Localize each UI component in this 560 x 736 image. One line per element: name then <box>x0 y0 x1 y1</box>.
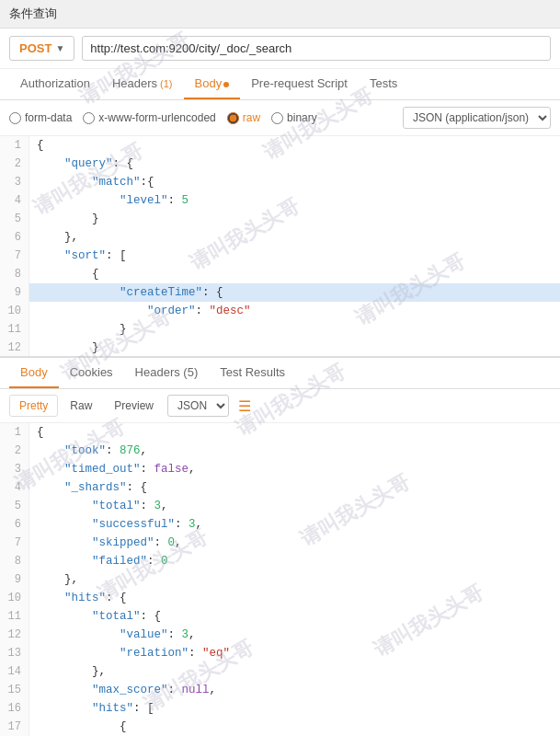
request-line-5: 5 } <box>0 210 560 228</box>
line-content: "successful": 3, <box>29 515 202 534</box>
response-line-11: 11 "total": { <box>0 607 560 626</box>
body-option-label-formdata: form-data <box>25 111 72 124</box>
line-content: "total": { <box>29 607 161 626</box>
response-tab-headers[interactable]: Headers (5) <box>124 358 210 388</box>
line-number: 6 <box>0 515 29 534</box>
line-content: } <box>29 210 99 228</box>
request-line-8: 8 { <box>0 265 560 283</box>
fmt-btn-pretty[interactable]: Pretty <box>9 395 58 417</box>
line-content: "failed": 0 <box>29 552 168 570</box>
response-tab-testresults[interactable]: Test Results <box>209 358 296 388</box>
line-content: { <box>29 423 44 442</box>
method-button[interactable]: POST ▼ <box>9 36 74 61</box>
request-tab-tests[interactable]: Tests <box>359 69 408 99</box>
response-json-select[interactable]: JSON <box>167 395 229 417</box>
body-options: form-datax-www-form-urlencodedrawbinaryJ… <box>0 100 560 136</box>
line-content: "_shards": { <box>29 478 147 497</box>
request-line-12: 12 } <box>0 339 560 357</box>
url-input[interactable] <box>82 36 551 61</box>
response-line-10: 10 "hits": { <box>0 589 560 607</box>
body-option-formdata[interactable]: form-data <box>9 111 72 124</box>
response-line-4: 4 "_shards": { <box>0 478 560 497</box>
request-line-6: 6 }, <box>0 228 560 247</box>
response-line-13: 13 "relation": "eq" <box>0 644 560 662</box>
request-tab-prerequest[interactable]: Pre-request Script <box>240 69 359 99</box>
response-tab-body[interactable]: Body <box>9 358 59 388</box>
request-line-9: 9 "createTime": { <box>0 283 560 302</box>
top-bar-label: 条件查询 <box>9 6 57 22</box>
json-format-select[interactable]: JSON (application/json) <box>403 107 551 129</box>
body-option-raw[interactable]: raw <box>227 111 260 124</box>
request-line-1: 1{ <box>0 136 560 155</box>
line-content: { <box>29 718 127 736</box>
response-section: BodyCookiesHeaders (5)Test Results Prett… <box>0 358 560 736</box>
line-number: 11 <box>0 607 29 626</box>
line-content: "hits": [ <box>29 699 154 718</box>
line-content: "hits": { <box>29 589 127 607</box>
response-line-2: 2 "took": 876, <box>0 442 560 460</box>
request-section: POST ▼ AuthorizationHeaders (1)BodyPre-r… <box>0 29 560 358</box>
line-number: 10 <box>0 302 29 320</box>
line-content: } <box>29 339 99 357</box>
response-tab-cookies[interactable]: Cookies <box>59 358 124 388</box>
body-option-binary[interactable]: binary <box>271 111 317 124</box>
request-line-11: 11 } <box>0 320 560 339</box>
line-content: "timed_out": false, <box>29 460 196 478</box>
fmt-btn-raw[interactable]: Raw <box>60 395 102 417</box>
body-radio-formdata[interactable] <box>9 112 21 124</box>
line-content: "took": 876, <box>29 442 147 460</box>
response-line-14: 14 }, <box>0 662 560 681</box>
method-label: POST <box>19 41 51 55</box>
fmt-btn-preview[interactable]: Preview <box>104 395 164 417</box>
line-number: 4 <box>0 478 29 497</box>
line-content: { <box>29 136 44 155</box>
line-number: 7 <box>0 534 29 552</box>
line-content: "value": 3, <box>29 626 196 644</box>
response-line-12: 12 "value": 3, <box>0 626 560 644</box>
request-line-7: 7 "sort": [ <box>0 247 560 265</box>
line-number: 6 <box>0 228 29 247</box>
line-content: "match":{ <box>29 173 154 191</box>
line-content: "createTime": { <box>29 283 223 302</box>
line-number: 9 <box>0 283 29 302</box>
line-number: 3 <box>0 173 29 191</box>
line-number: 16 <box>0 699 29 718</box>
body-option-urlencoded[interactable]: x-www-form-urlencoded <box>83 111 215 124</box>
line-content: "skipped": 0, <box>29 534 182 552</box>
request-code-editor[interactable]: 1{2 "query": {3 "match":{4 "level": 55 }… <box>0 136 560 357</box>
response-line-8: 8 "failed": 0 <box>0 552 560 570</box>
request-tab-auth[interactable]: Authorization <box>9 69 101 99</box>
line-number: 15 <box>0 681 29 699</box>
line-number: 10 <box>0 589 29 607</box>
body-option-label-raw: raw <box>243 111 260 124</box>
line-content: { <box>29 265 99 283</box>
response-line-15: 15 "max_score": null, <box>0 681 560 699</box>
request-tab-headers[interactable]: Headers (1) <box>101 69 184 99</box>
response-line-6: 6 "successful": 3, <box>0 515 560 534</box>
line-content: "total": 3, <box>29 497 168 515</box>
request-line-2: 2 "query": { <box>0 155 560 173</box>
line-number: 12 <box>0 339 29 357</box>
body-radio-binary[interactable] <box>271 112 283 124</box>
method-dropdown-arrow: ▼ <box>55 43 64 53</box>
url-bar: POST ▼ <box>0 29 560 69</box>
request-tab-body[interactable]: Body <box>184 69 241 99</box>
line-number: 5 <box>0 497 29 515</box>
line-number: 9 <box>0 570 29 589</box>
line-content: }, <box>29 228 78 247</box>
sort-icon[interactable]: ☰ <box>238 397 251 415</box>
line-content: "sort": [ <box>29 247 127 265</box>
line-number: 13 <box>0 644 29 662</box>
line-number: 8 <box>0 265 29 283</box>
line-number: 11 <box>0 320 29 339</box>
line-content: }, <box>29 662 106 681</box>
response-line-7: 7 "skipped": 0, <box>0 534 560 552</box>
response-line-17: 17 { <box>0 718 560 736</box>
body-radio-raw[interactable] <box>227 112 239 124</box>
body-radio-urlencoded[interactable] <box>83 112 95 124</box>
response-code-editor[interactable]: 1{2 "took": 876,3 "timed_out": false,4 "… <box>0 423 560 736</box>
line-number: 12 <box>0 626 29 644</box>
line-content: "order": "desc" <box>29 302 251 320</box>
line-number: 2 <box>0 155 29 173</box>
request-tabs: AuthorizationHeaders (1)BodyPre-request … <box>0 69 560 100</box>
